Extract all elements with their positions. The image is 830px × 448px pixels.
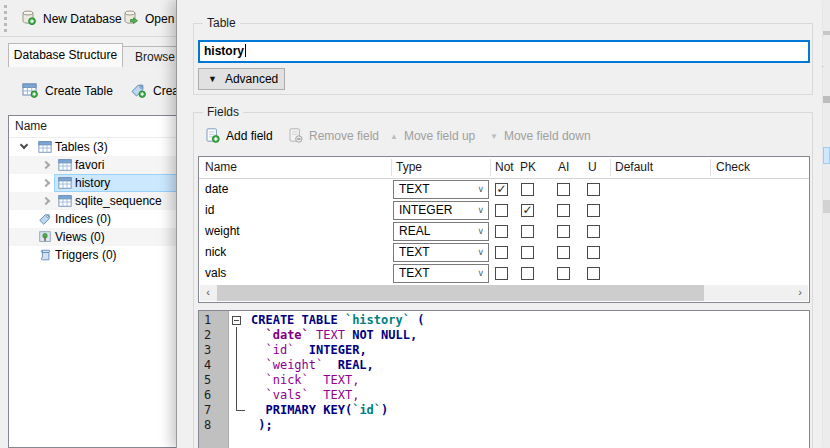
column-header-default[interactable]: Default: [615, 157, 653, 178]
sql-token: NOT NULL,: [352, 328, 417, 342]
ai-checkbox[interactable]: [557, 225, 570, 238]
not-null-checkbox[interactable]: ✓: [495, 183, 508, 196]
sql-code-line: `nick` TEXT,: [251, 373, 359, 388]
sql-token: TEXT,: [309, 373, 360, 387]
sql-token: `id`: [352, 403, 381, 417]
ai-checkbox[interactable]: [557, 204, 570, 217]
view-icon: [38, 230, 52, 244]
table-groupbox: Table history ▼ Advanced: [193, 23, 813, 95]
field-type-select[interactable]: TEXT∨: [393, 180, 489, 199]
unique-checkbox[interactable]: [587, 204, 600, 217]
fold-guide-line: [236, 327, 237, 410]
field-type-value: TEXT: [399, 245, 430, 259]
move-field-up-button: ▲Move field up: [390, 125, 475, 147]
column-header-u[interactable]: U: [588, 157, 597, 178]
not-null-checkbox[interactable]: [495, 267, 508, 280]
pk-checkbox[interactable]: [521, 225, 534, 238]
sql-code-line: PRIMARY KEY(`id`): [251, 403, 388, 418]
column-separator: [490, 159, 491, 176]
pk-checkbox[interactable]: ✓: [521, 204, 534, 217]
advanced-toggle-button[interactable]: ▼ Advanced: [198, 68, 285, 90]
unique-checkbox[interactable]: [587, 183, 600, 196]
chevron-down-icon: ∨: [477, 181, 484, 198]
sql-token: REAL,: [323, 358, 374, 372]
field-name-cell[interactable]: date: [205, 179, 228, 200]
fields-grid: NameTypeNotPKAIUDefaultCheck dateTEXT∨✓i…: [198, 156, 810, 303]
sql-token: [251, 373, 265, 387]
chevron-down-icon: ∨: [477, 223, 484, 240]
line-number: 5: [204, 373, 211, 388]
field-name-cell[interactable]: id: [205, 200, 214, 221]
tree-item-label: Triggers (0): [55, 246, 117, 264]
tree-item-label: Views (0): [55, 228, 105, 246]
field-type-select[interactable]: TEXT∨: [393, 264, 489, 283]
column-header-name[interactable]: Name: [205, 157, 237, 178]
pk-checkbox[interactable]: [521, 246, 534, 259]
table-name-input[interactable]: history: [198, 40, 810, 63]
line-number: 2: [204, 328, 211, 343]
column-header-check[interactable]: Check: [716, 157, 750, 178]
field-remove-icon: [287, 127, 303, 146]
ai-checkbox[interactable]: [557, 246, 570, 259]
column-header-ai[interactable]: AI: [558, 157, 569, 178]
field-row-id: idINTEGER∨✓: [199, 200, 809, 221]
table-icon: [58, 194, 72, 208]
not-null-checkbox[interactable]: [495, 204, 508, 217]
field-name-cell[interactable]: vals: [205, 263, 226, 284]
move-field-down-button: ▼Move field down: [490, 125, 591, 147]
sql-token: [251, 343, 265, 357]
fold-collapse-icon[interactable]: [232, 316, 241, 325]
unique-checkbox[interactable]: [587, 225, 600, 238]
field-type-select[interactable]: TEXT∨: [393, 243, 489, 262]
sql-token: PRIMARY KEY(: [265, 403, 352, 417]
create-table-button[interactable]: Create Table: [22, 79, 113, 103]
column-header-type[interactable]: Type: [396, 157, 422, 178]
scroll-right-icon[interactable]: ›: [792, 285, 808, 301]
pk-checkbox[interactable]: [521, 183, 534, 196]
line-number: 4: [204, 358, 211, 373]
not-null-checkbox[interactable]: [495, 246, 508, 259]
sql-token: `nick`: [265, 373, 308, 387]
pk-checkbox[interactable]: [521, 267, 534, 280]
sql-token: CREATE TABLE: [251, 313, 345, 327]
tab-database-structure-label: Database Structure: [14, 48, 117, 62]
unique-checkbox[interactable]: [587, 267, 600, 280]
column-header-not[interactable]: Not: [495, 157, 514, 178]
table-icon: [58, 158, 72, 172]
chevron-collapsed-icon[interactable]: [42, 161, 50, 169]
sql-token: `id`: [265, 343, 294, 357]
tree-item-label: favori: [75, 156, 104, 174]
field-name-cell[interactable]: weight: [205, 221, 240, 242]
table-icon: [38, 140, 52, 154]
tab-database-structure[interactable]: Database Structure: [8, 43, 123, 67]
open-database-icon: [122, 9, 138, 28]
toolbar-grip-handle[interactable]: [4, 5, 7, 32]
unique-checkbox[interactable]: [587, 246, 600, 259]
add-field-button[interactable]: Add field: [204, 125, 273, 147]
ai-checkbox[interactable]: [557, 183, 570, 196]
field-type-select[interactable]: REAL∨: [393, 222, 489, 241]
chevron-collapsed-icon[interactable]: [42, 197, 50, 205]
not-null-checkbox[interactable]: [495, 225, 508, 238]
chevron-collapsed-icon[interactable]: [42, 179, 50, 187]
remove-field-button: Remove field: [287, 125, 379, 147]
table-groupbox-label: Table: [203, 16, 240, 30]
fields-grid-horizontal-scrollbar[interactable]: ‹ ›: [200, 285, 808, 301]
field-type-select[interactable]: INTEGER∨: [393, 201, 489, 220]
sql-token: [251, 403, 265, 417]
chevron-expanded-icon[interactable]: [20, 141, 28, 149]
background-fragment: [823, 31, 830, 35]
ai-checkbox[interactable]: [557, 267, 570, 280]
fields-groupbox: Fields Add fieldRemove field▲Move field …: [193, 112, 813, 448]
background-fragment: [823, 96, 830, 103]
column-header-pk[interactable]: PK: [520, 157, 536, 178]
field-type-value: REAL: [399, 224, 430, 238]
scrollbar-thumb[interactable]: [217, 285, 704, 301]
field-name-cell[interactable]: nick: [205, 242, 226, 263]
fields-groupbox-label: Fields: [203, 105, 243, 119]
fields-toolbar-label: Remove field: [309, 129, 379, 143]
fields-toolbar-label: Move field down: [504, 129, 591, 143]
scroll-left-icon[interactable]: ‹: [200, 285, 216, 301]
new-database-button[interactable]: New Database: [14, 6, 128, 31]
sql-preview-editor[interactable]: 1CREATE TABLE `history` (2 `date` TEXT N…: [198, 310, 810, 448]
